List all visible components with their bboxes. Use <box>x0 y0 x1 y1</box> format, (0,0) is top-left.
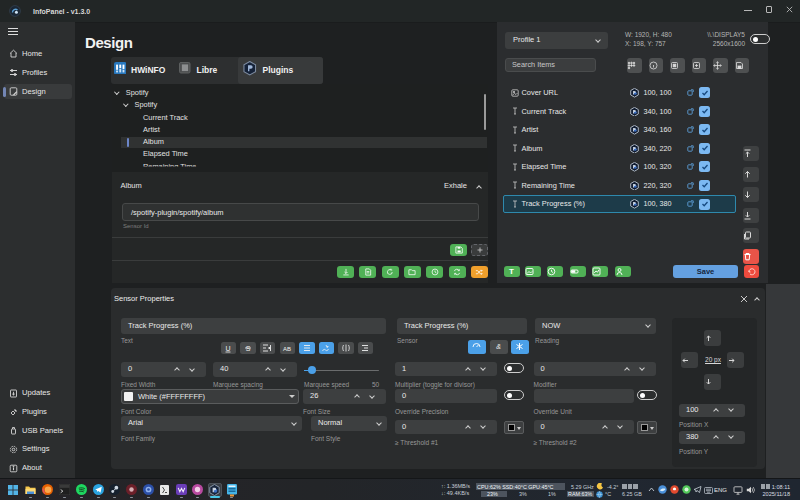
svg-text:AB: AB <box>283 346 291 352</box>
svg-text:U: U <box>226 345 231 352</box>
